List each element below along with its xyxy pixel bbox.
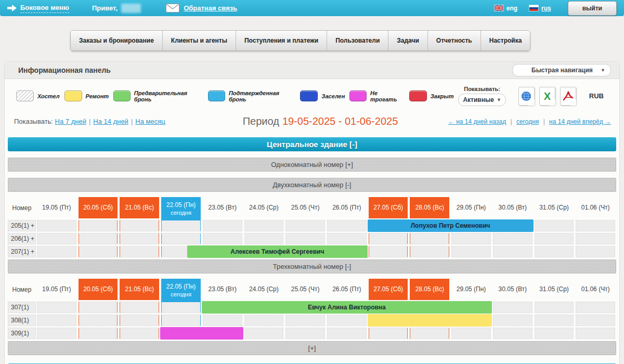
- calendar-cell[interactable]: [535, 315, 574, 326]
- calendar-cell[interactable]: [244, 328, 284, 339]
- calendar-cell[interactable]: [37, 233, 76, 244]
- globe-export-icon[interactable]: [518, 87, 535, 106]
- range-link-3[interactable]: На месяц: [135, 118, 165, 125]
- room-label[interactable]: 207(1) +: [8, 246, 36, 257]
- calendar-cell[interactable]: [37, 220, 76, 231]
- nav-tab-4[interactable]: Пользователи: [327, 31, 388, 50]
- calendar-cell[interactable]: [535, 246, 574, 257]
- calendar-cell[interactable]: [576, 302, 615, 313]
- quick-nav-select[interactable]: Быстрая навигация ▼: [512, 64, 611, 76]
- calendar-cell[interactable]: [327, 220, 367, 231]
- room-label[interactable]: 309(1): [8, 328, 36, 339]
- calendar-cell[interactable]: [79, 246, 118, 257]
- lang-eng-link[interactable]: eng: [506, 5, 517, 12]
- calendar-cell[interactable]: [244, 315, 284, 326]
- calendar-cell[interactable]: [244, 220, 284, 231]
- calendar-cell[interactable]: [79, 328, 118, 339]
- nav-tab-3[interactable]: Поступления и платежи: [236, 31, 327, 50]
- logout-button[interactable]: выйти: [568, 1, 617, 16]
- calendar-cell[interactable]: [79, 315, 118, 326]
- roomtype-single-bar[interactable]: Однокомнатный номер [+]: [8, 158, 616, 172]
- calendar-cell[interactable]: [327, 315, 367, 326]
- calendar-cell[interactable]: [161, 220, 201, 231]
- calendar-cell[interactable]: [79, 302, 118, 313]
- calendar-cell[interactable]: [120, 328, 159, 339]
- nav-tab-2[interactable]: Клиенты и агенты: [163, 31, 236, 50]
- filter-select[interactable]: Активные ▼: [458, 94, 505, 106]
- booking-bar[interactable]: [160, 327, 243, 340]
- calendar-cell[interactable]: [285, 220, 325, 231]
- calendar-cell[interactable]: [79, 220, 118, 231]
- booking-bar[interactable]: Евчук Алина Викторовна: [202, 301, 492, 314]
- calendar-cell[interactable]: [369, 328, 408, 339]
- calendar-cell[interactable]: [493, 328, 532, 339]
- calendar-cell[interactable]: [576, 220, 615, 231]
- range-link-1[interactable]: На 7 дней: [55, 118, 86, 125]
- calendar-cell[interactable]: [410, 328, 449, 339]
- calendar-cell[interactable]: [327, 328, 367, 339]
- back-14-days-link[interactable]: ← на 14 дней назад: [448, 118, 506, 125]
- calendar-cell[interactable]: [451, 246, 491, 257]
- calendar-cell[interactable]: [120, 315, 159, 326]
- calendar-cell[interactable]: [493, 246, 532, 257]
- calendar-cell[interactable]: [451, 328, 491, 339]
- calendar-cell[interactable]: [576, 246, 615, 257]
- calendar-cell[interactable]: [37, 246, 76, 257]
- calendar-cell[interactable]: [120, 246, 159, 257]
- range-link-2[interactable]: На 14 дней: [93, 118, 128, 125]
- calendar-cell[interactable]: [535, 233, 574, 244]
- calendar-cell[interactable]: [369, 246, 408, 257]
- booking-bar[interactable]: [368, 314, 492, 327]
- calendar-cell[interactable]: [493, 233, 532, 244]
- room-label[interactable]: 205(1) +: [8, 220, 36, 231]
- booking-bar[interactable]: Лопухов Петр Семенович: [368, 219, 534, 232]
- calendar-cell[interactable]: [161, 233, 201, 244]
- calendar-cell[interactable]: [327, 233, 367, 244]
- calendar-cell[interactable]: [37, 302, 76, 313]
- calendar-cell[interactable]: [120, 233, 159, 244]
- nav-tab-6[interactable]: Отчетность: [428, 31, 481, 50]
- roomtype-double-bar[interactable]: Двухкомнатный номер [-]: [8, 178, 616, 192]
- nav-tab-1[interactable]: Заказы и бронирование: [71, 31, 163, 50]
- room-label[interactable]: 307(1): [8, 302, 36, 313]
- calendar-cell[interactable]: [120, 220, 159, 231]
- calendar-cell[interactable]: [37, 328, 76, 339]
- calendar-cell[interactable]: [493, 315, 532, 326]
- roomtype-triple-bar[interactable]: Трехкомнатный номер [-]: [8, 259, 616, 274]
- calendar-cell[interactable]: [410, 233, 449, 244]
- calendar-cell[interactable]: [203, 315, 242, 326]
- room-label[interactable]: 308(1): [8, 315, 36, 326]
- calendar-cell[interactable]: [203, 220, 242, 231]
- calendar-cell[interactable]: [285, 315, 325, 326]
- nav-tab-7[interactable]: Настройка: [481, 31, 530, 50]
- lang-rus-link[interactable]: rus: [541, 5, 551, 12]
- calendar-cell[interactable]: [369, 233, 408, 244]
- calendar-cell[interactable]: [410, 246, 449, 257]
- excel-export-icon[interactable]: X: [539, 87, 555, 106]
- calendar-cell[interactable]: [244, 233, 284, 244]
- nav-tab-5[interactable]: Задачи: [388, 31, 428, 50]
- calendar-cell[interactable]: [120, 302, 159, 313]
- feedback-link[interactable]: Обратная связь: [184, 4, 237, 12]
- calendar-cell[interactable]: [451, 233, 491, 244]
- calendar-cell[interactable]: [576, 328, 615, 339]
- roomtype-more-bar[interactable]: [+]: [8, 341, 616, 355]
- calendar-cell[interactable]: [285, 233, 325, 244]
- pdf-export-icon[interactable]: [560, 87, 576, 106]
- booking-bar[interactable]: Алексеев Тимофей Сергеевич: [187, 245, 368, 258]
- calendar-cell[interactable]: [493, 302, 532, 313]
- calendar-cell[interactable]: [285, 328, 325, 339]
- building-header[interactable]: Центральное здание [-]: [8, 137, 616, 151]
- calendar-cell[interactable]: [576, 315, 615, 326]
- calendar-cell[interactable]: [203, 233, 242, 244]
- calendar-cell[interactable]: [161, 302, 201, 313]
- today-link[interactable]: сегодня: [516, 118, 539, 125]
- room-label[interactable]: 206(1) +: [8, 233, 36, 244]
- calendar-cell[interactable]: [535, 220, 574, 231]
- calendar-cell[interactable]: [535, 302, 574, 313]
- calendar-cell[interactable]: [79, 233, 118, 244]
- calendar-cell[interactable]: [535, 328, 574, 339]
- forward-14-days-link[interactable]: на 14 дней вперёд →: [549, 118, 611, 125]
- side-menu-link[interactable]: Боковое меню: [20, 4, 69, 13]
- calendar-cell[interactable]: [161, 315, 201, 326]
